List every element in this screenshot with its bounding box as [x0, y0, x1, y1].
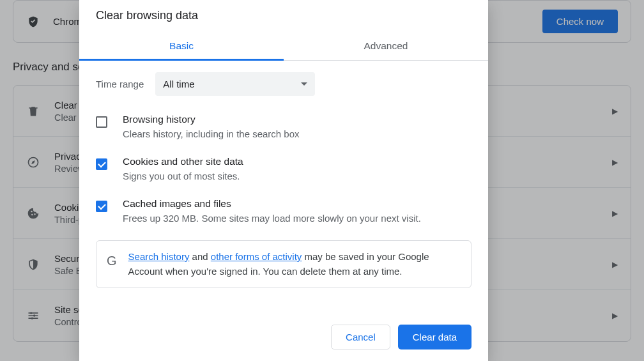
checkbox-cached[interactable] [96, 201, 107, 212]
dialog-title: Clear browsing data [79, 0, 488, 33]
clear-data-button[interactable]: Clear data [398, 325, 471, 349]
dialog-actions: Cancel Clear data [79, 313, 488, 361]
option-title: Cached images and files [123, 198, 421, 210]
google-icon: G [107, 251, 117, 270]
time-range-row: Time range All time [96, 72, 471, 96]
option-cached: Cached images and files Frees up 320 MB.… [96, 198, 471, 225]
other-activity-link[interactable]: other forms of activity [211, 251, 302, 262]
search-history-link[interactable]: Search history [128, 251, 190, 262]
clear-browsing-data-dialog: Clear browsing data Basic Advanced Time … [79, 0, 488, 361]
checkbox-cookies[interactable] [96, 158, 107, 170]
option-sub: Clears history, including in the search … [123, 127, 300, 141]
dialog-body: Time range All time Browsing history Cle… [79, 61, 488, 313]
checkbox-browsing-history[interactable] [96, 116, 107, 128]
option-sub: Frees up 320 MB. Some sites may load mor… [123, 211, 421, 225]
dialog-tabs: Basic Advanced [79, 33, 488, 61]
option-cookies: Cookies and other site data Signs you ou… [96, 156, 471, 183]
info-text: Search history and other forms of activi… [128, 250, 461, 279]
tab-basic[interactable]: Basic [79, 33, 284, 60]
dropdown-arrow-icon [301, 82, 307, 86]
option-sub: Signs you out of most sites. [123, 169, 243, 183]
tab-advanced[interactable]: Advanced [284, 33, 488, 60]
time-range-select[interactable]: All time [155, 72, 315, 96]
option-title: Cookies and other site data [123, 156, 243, 167]
option-browsing-history: Browsing history Clears history, includi… [96, 114, 471, 141]
time-range-label: Time range [96, 79, 144, 89]
cancel-button[interactable]: Cancel [331, 325, 390, 349]
google-account-info: G Search history and other forms of acti… [96, 240, 471, 288]
time-range-value: All time [163, 79, 194, 89]
option-title: Browsing history [123, 114, 300, 125]
